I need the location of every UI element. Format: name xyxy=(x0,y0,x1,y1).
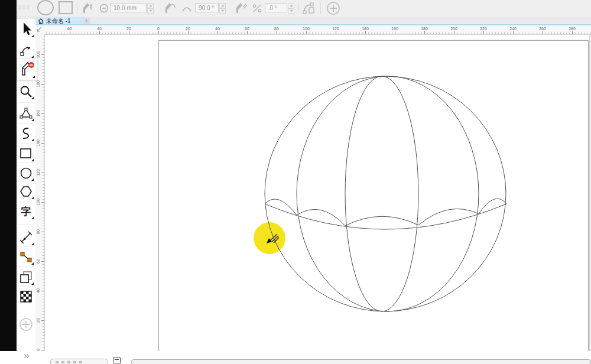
h-ruler-label: 40 xyxy=(215,27,220,31)
h-ruler-label: 100 xyxy=(303,27,310,31)
v-ruler-label: 20 xyxy=(36,316,40,324)
ruler-origin-button[interactable] xyxy=(35,26,45,35)
skew-angle-field[interactable]: .0 ° xyxy=(265,3,287,12)
h-ruler-label: 140 xyxy=(362,27,369,31)
horizontal-ruler[interactable]: 6040200204060801001201401601802002202402… xyxy=(44,26,591,35)
h-ruler-label: 60 xyxy=(245,27,249,31)
livesketch-tool[interactable] xyxy=(17,58,37,80)
v-ruler-label: 200 xyxy=(36,50,40,58)
h-ruler-label: 20 xyxy=(126,27,131,31)
v-ruler-label: 160 xyxy=(36,109,40,118)
path-nodes-icon[interactable] xyxy=(301,0,317,17)
pen-arc-icon[interactable] xyxy=(163,0,177,17)
polygon-tool[interactable] xyxy=(17,182,35,201)
minus-circle-icon[interactable] xyxy=(99,0,109,17)
v-ruler-label: 80 xyxy=(36,228,40,236)
curve-tool[interactable] xyxy=(17,124,35,143)
h-ruler-label: 220 xyxy=(480,27,487,31)
v-ruler-label: 140 xyxy=(36,139,40,147)
percent-icon[interactable] xyxy=(252,0,262,17)
offset-distance-field[interactable]: 10.0 mm xyxy=(110,3,147,12)
h-ruler-label: 120 xyxy=(332,27,339,31)
toolbox-overflow-button[interactable]: » xyxy=(17,350,37,363)
skew-angle-value: .0 ° xyxy=(268,5,277,11)
arc-icon[interactable] xyxy=(181,0,193,17)
h-ruler-label: 200 xyxy=(450,27,457,31)
page-navigator[interactable] xyxy=(50,359,108,364)
drop-shadow-tool[interactable] xyxy=(17,268,35,287)
rectangle-tool[interactable] xyxy=(17,144,35,163)
h-ruler-label: 0 xyxy=(157,27,160,31)
smart-drawing-tool[interactable] xyxy=(17,104,35,123)
click-highlight xyxy=(254,222,285,254)
text-tool-glyph: 字 xyxy=(21,207,31,217)
v-ruler-label: 40 xyxy=(36,287,40,295)
pattern-fill-tool[interactable] xyxy=(17,287,35,306)
fold-angle-value: 90.0 ° xyxy=(199,5,214,11)
h-ruler-label: 80 xyxy=(274,27,279,31)
h-ruler-label: 160 xyxy=(391,27,398,31)
ellipse-icon[interactable] xyxy=(37,0,54,17)
tab-underline xyxy=(17,24,591,25)
separator xyxy=(320,2,321,14)
connector-tool[interactable] xyxy=(17,248,35,266)
fold-angle-field[interactable]: 90.0 ° xyxy=(195,3,219,12)
h-ruler-label: 60 xyxy=(67,27,72,31)
separator xyxy=(298,2,298,14)
vertical-scrollbar[interactable] xyxy=(589,34,590,355)
pick-tool[interactable] xyxy=(17,20,35,39)
dimension-tool[interactable] xyxy=(17,228,35,247)
vertical-ruler[interactable]: 200180160140120100806040200 xyxy=(35,34,45,355)
v-ruler-label: 60 xyxy=(36,257,40,265)
fold-angle-spinner[interactable] xyxy=(219,3,226,14)
document-page[interactable] xyxy=(158,40,589,352)
skew-angle-spinner[interactable] xyxy=(288,3,294,14)
pen-offset-icon[interactable] xyxy=(81,0,95,17)
pen-skew-icon[interactable] xyxy=(234,0,248,17)
v-ruler-label: 120 xyxy=(36,168,40,177)
v-ruler-label: 180 xyxy=(36,80,40,88)
bottom-bar xyxy=(0,351,591,364)
offset-distance-spinner[interactable] xyxy=(147,3,154,14)
separator xyxy=(77,2,77,14)
h-ruler-label: 280 xyxy=(569,27,576,31)
page-tab-icon[interactable] xyxy=(113,358,121,363)
h-ruler-label: 20 xyxy=(186,27,190,31)
toolbox: 字 xyxy=(17,19,35,351)
rectangle-icon[interactable] xyxy=(58,0,73,17)
zoom-tool[interactable] xyxy=(17,82,35,101)
h-ruler-label: 180 xyxy=(421,27,428,31)
property-bar: 10.0 mm 90.0 ° .0 ° xyxy=(0,0,591,17)
v-ruler-label: 100 xyxy=(36,198,40,206)
home-icon xyxy=(38,18,44,24)
offset-distance-value: 10.0 mm xyxy=(113,5,137,11)
h-ruler-label: 40 xyxy=(97,27,102,31)
h-ruler-label: 260 xyxy=(539,27,546,31)
clipped-menu-fragment xyxy=(18,5,30,9)
horizontal-scrollbar[interactable] xyxy=(131,359,591,364)
shape-tool[interactable] xyxy=(17,41,35,60)
add-tools-button[interactable] xyxy=(17,315,35,334)
text-tool[interactable]: 字 xyxy=(17,202,35,221)
add-circle-icon[interactable] xyxy=(326,0,340,17)
h-ruler-label: 240 xyxy=(509,27,517,31)
left-edge-panel xyxy=(0,0,17,351)
ellipse-tool[interactable] xyxy=(17,164,35,183)
